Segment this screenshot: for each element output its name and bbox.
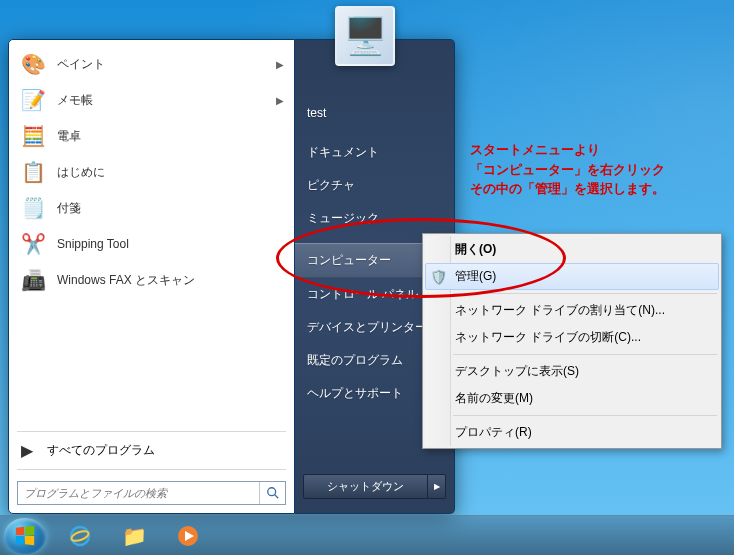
context-menu-item[interactable]: ネットワーク ドライブの割り当て(N)... (425, 297, 719, 324)
program-item[interactable]: 🎨ペイント▶ (13, 46, 290, 82)
context-menu-label: デスクトップに表示(S) (455, 363, 579, 380)
search-box (17, 481, 286, 505)
context-menu-item[interactable]: デスクトップに表示(S) (425, 358, 719, 385)
context-menu-item[interactable]: 名前の変更(M) (425, 385, 719, 412)
spacer (295, 128, 454, 136)
context-menu-separator (453, 354, 717, 355)
submenu-arrow-icon: ▶ (276, 95, 284, 106)
program-label: 電卓 (57, 128, 284, 145)
program-icon: 📝 (19, 86, 47, 114)
program-item[interactable]: 📝メモ帳▶ (13, 82, 290, 118)
shield-icon: 🛡️ (430, 269, 448, 285)
all-programs-button[interactable]: ▶ すべてのプログラム (11, 435, 292, 466)
program-label: 付箋 (57, 200, 284, 217)
program-list: 🎨ペイント▶📝メモ帳▶🧮電卓📋はじめに🗒️付箋✂️Snipping Tool📠W… (11, 42, 292, 428)
svg-line-1 (274, 495, 278, 499)
annotation-text: スタートメニューより 「コンピューター」を右クリック その中の「管理」を選択しま… (470, 140, 730, 199)
start-menu: 🖥️ 🎨ペイント▶📝メモ帳▶🧮電卓📋はじめに🗒️付箋✂️Snipping Too… (8, 39, 455, 514)
svg-point-0 (267, 488, 275, 496)
right-pane-item[interactable]: ドキュメント (295, 136, 454, 169)
program-icon: ✂️ (19, 230, 47, 258)
all-programs-label: すべてのプログラム (47, 442, 155, 459)
shutdown-button[interactable]: シャットダウン (303, 474, 428, 499)
user-account-icon[interactable]: 🖥️ (335, 6, 395, 66)
program-item[interactable]: 🗒️付箋 (13, 190, 290, 226)
context-menu-separator (453, 415, 717, 416)
program-item[interactable]: 🧮電卓 (13, 118, 290, 154)
program-label: メモ帳 (57, 92, 276, 109)
context-menu-item[interactable]: ネットワーク ドライブの切断(C)... (425, 324, 719, 351)
context-menu-item[interactable]: 🛡️管理(G) (425, 263, 719, 290)
start-menu-left-pane: 🎨ペイント▶📝メモ帳▶🧮電卓📋はじめに🗒️付箋✂️Snipping Tool📠W… (8, 39, 295, 514)
context-menu-item[interactable]: プロパティ(R) (425, 419, 719, 446)
context-menu-label: プロパティ(R) (455, 424, 532, 441)
context-menu: 開く(O)🛡️管理(G)ネットワーク ドライブの割り当て(N)...ネットワーク… (422, 233, 722, 449)
search-icon (266, 486, 280, 500)
context-menu-label: 管理(G) (455, 268, 496, 285)
program-item[interactable]: ✂️Snipping Tool (13, 226, 290, 262)
shutdown-row: シャットダウン ▶ (295, 468, 454, 505)
context-menu-label: ネットワーク ドライブの割り当て(N)... (455, 302, 665, 319)
right-pane-item[interactable]: test (295, 98, 454, 128)
start-button[interactable] (4, 518, 46, 554)
media-player-icon[interactable] (162, 519, 214, 553)
shutdown-options-button[interactable]: ▶ (428, 474, 446, 499)
program-item[interactable]: 📠Windows FAX とスキャン (13, 262, 290, 298)
divider (17, 469, 286, 470)
context-menu-label: 開く(O) (455, 241, 496, 258)
arrow-right-icon: ▶ (21, 441, 33, 460)
program-label: はじめに (57, 164, 284, 181)
right-pane-item[interactable]: ピクチャ (295, 169, 454, 202)
context-menu-item[interactable]: 開く(O) (425, 236, 719, 263)
context-menu-label: 名前の変更(M) (455, 390, 533, 407)
right-pane-item[interactable]: ミュージック (295, 202, 454, 235)
program-icon: 🗒️ (19, 194, 47, 222)
program-icon: 📋 (19, 158, 47, 186)
program-icon: 🧮 (19, 122, 47, 150)
program-icon: 🎨 (19, 50, 47, 78)
search-input[interactable] (18, 482, 259, 504)
explorer-icon[interactable]: 📁 (108, 519, 160, 553)
context-menu-separator (453, 293, 717, 294)
program-icon: 📠 (19, 266, 47, 294)
windows-logo-icon (14, 525, 36, 547)
program-label: Snipping Tool (57, 237, 284, 251)
context-menu-label: ネットワーク ドライブの切断(C)... (455, 329, 641, 346)
program-label: ペイント (57, 56, 276, 73)
search-button[interactable] (259, 482, 285, 504)
divider (17, 431, 286, 432)
program-item[interactable]: 📋はじめに (13, 154, 290, 190)
program-label: Windows FAX とスキャン (57, 272, 284, 289)
submenu-arrow-icon: ▶ (276, 59, 284, 70)
ie-icon[interactable] (54, 519, 106, 553)
taskbar: 📁 (0, 515, 734, 555)
